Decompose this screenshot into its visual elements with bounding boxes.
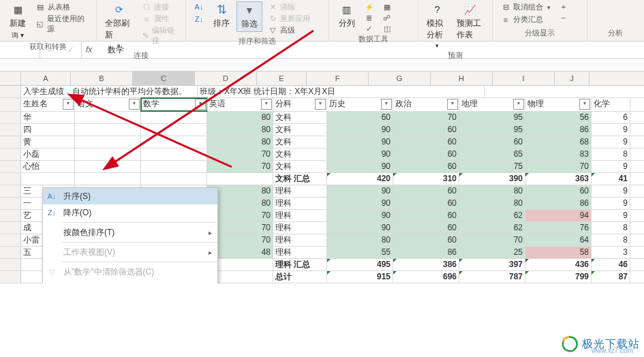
row-header[interactable]	[0, 247, 21, 258]
cell[interactable]: 80	[207, 112, 273, 123]
cell[interactable]	[75, 136, 141, 148]
row-header[interactable]	[0, 210, 21, 221]
enter-icon[interactable]: ✓	[67, 45, 74, 55]
cell[interactable]: 90	[327, 210, 393, 221]
cell[interactable]: 64	[525, 234, 592, 246]
flash-fill-button[interactable]: ⚡	[362, 1, 377, 12]
cell[interactable]: 9	[592, 161, 630, 172]
cell[interactable]: 75	[459, 161, 525, 172]
filter-dropdown-icon[interactable]: ▾	[261, 99, 272, 110]
col-header-C[interactable]: C	[133, 72, 195, 85]
cell[interactable]: 理科	[273, 185, 327, 197]
cell[interactable]: 文科	[273, 149, 327, 160]
hdr-chemistry[interactable]: 化学	[592, 98, 630, 111]
consolidate-button[interactable]: ▦	[380, 1, 395, 12]
name-box[interactable]	[0, 42, 40, 58]
cell[interactable]: 理科	[273, 222, 327, 234]
cell[interactable]	[141, 173, 207, 185]
filter-dropdown-icon[interactable]: ▾	[447, 99, 458, 110]
cell[interactable]: 46	[592, 259, 630, 270]
cell[interactable]: 80	[207, 124, 273, 136]
menu-sort-desc[interactable]: Z↓降序(O)	[43, 204, 217, 221]
filter-button[interactable]: ▼筛选	[236, 1, 262, 32]
row-header[interactable]	[0, 173, 21, 185]
col-header-J[interactable]: J	[555, 72, 589, 85]
cell[interactable]: 80	[327, 234, 393, 246]
whatif-button[interactable]: ?模拟分析▾	[424, 1, 451, 50]
cell[interactable]: 90	[327, 149, 393, 160]
cell[interactable]: 495	[327, 259, 393, 270]
cell[interactable]	[141, 161, 207, 172]
cell[interactable]: 94	[525, 210, 592, 221]
formula-input[interactable]: 数学	[104, 44, 644, 56]
cell[interactable]: 小磊	[21, 149, 75, 160]
cell[interactable]: 60	[393, 185, 459, 197]
cell[interactable]: 70	[207, 149, 273, 160]
cell[interactable]: 62	[459, 210, 525, 221]
cell[interactable]	[75, 124, 141, 136]
sort-desc-button[interactable]: Z↓	[191, 14, 206, 25]
col-header-I[interactable]: I	[493, 72, 555, 85]
cell[interactable]: 6	[592, 112, 630, 123]
info-cell-left[interactable]: 入学生成绩，自动统计学科的平均分等数据。	[21, 86, 198, 97]
cell[interactable]: 8	[592, 149, 630, 160]
cell[interactable]: 理科 汇总	[273, 259, 327, 270]
hdr-track[interactable]: 分科▾	[273, 98, 327, 111]
cell[interactable]: 95	[459, 124, 525, 136]
cell[interactable]: 90	[327, 161, 393, 172]
cell[interactable]	[141, 112, 207, 123]
fx-label[interactable]: fx	[82, 45, 104, 55]
cell[interactable]: 390	[459, 173, 525, 185]
data-model-button[interactable]: ◫	[380, 23, 395, 34]
hdr-english[interactable]: 英语▾	[207, 98, 273, 111]
sort-asc-button[interactable]: A↓	[191, 1, 206, 12]
cell[interactable]: 58	[525, 247, 592, 258]
cell[interactable]: 文科	[273, 124, 327, 136]
cell[interactable]: 787	[459, 271, 525, 283]
filter-dropdown-icon[interactable]: ▾	[381, 99, 392, 110]
cell[interactable]	[75, 112, 141, 123]
advanced-filter-button[interactable]: ▽高级	[265, 25, 313, 36]
col-header-H[interactable]: H	[431, 72, 493, 85]
cell[interactable]: 83	[525, 149, 592, 160]
cell[interactable]: 60	[393, 124, 459, 136]
cell[interactable]: 80	[459, 185, 525, 197]
cell[interactable]: 文科	[273, 161, 327, 172]
remove-dup-button[interactable]: ≣	[362, 12, 377, 23]
row-header[interactable]	[0, 234, 21, 246]
cell[interactable]: 3	[592, 247, 630, 258]
hide-detail-button[interactable]: −	[556, 12, 571, 23]
cell[interactable]: 55	[327, 247, 393, 258]
cell[interactable]: 理科	[273, 198, 327, 209]
cell[interactable]: 60	[393, 234, 459, 246]
row-header[interactable]	[0, 161, 21, 172]
filter-dropdown-icon[interactable]: ▾	[513, 99, 524, 110]
row-header[interactable]	[0, 198, 21, 209]
row-header[interactable]	[0, 149, 21, 160]
cell[interactable]: 62	[459, 222, 525, 234]
cell[interactable]	[141, 136, 207, 148]
cell[interactable]: 80	[459, 198, 525, 209]
cell[interactable]: 90	[327, 222, 393, 234]
cell[interactable]: 310	[393, 173, 459, 185]
hdr-history[interactable]: 历史▾	[327, 98, 393, 111]
cell[interactable]: 60	[393, 149, 459, 160]
cell[interactable]: 70	[393, 112, 459, 123]
cell[interactable]: 60	[327, 112, 393, 123]
data-validation-button[interactable]: ✓	[362, 23, 377, 34]
menu-sort-asc[interactable]: A↓升序(S)	[43, 188, 217, 204]
new-query-button[interactable]: ▦新建询 ▾	[5, 1, 30, 42]
col-header-G[interactable]: G	[369, 72, 431, 85]
cell[interactable]: 60	[393, 222, 459, 234]
cell[interactable]: 理科	[273, 210, 327, 221]
hdr-chinese[interactable]: 语文▾	[75, 98, 141, 111]
cell[interactable]: 9	[592, 136, 630, 148]
hdr-physics[interactable]: 物理▾	[525, 98, 592, 111]
cell[interactable]: 420	[327, 173, 393, 185]
cell[interactable]: 8	[592, 222, 630, 234]
cell[interactable]: 70	[525, 161, 592, 172]
cell[interactable]: 黄	[21, 136, 75, 148]
hdr-name[interactable]: 生姓名▾	[21, 98, 75, 111]
cell[interactable]: 四	[21, 124, 75, 136]
filter-dropdown-icon[interactable]: ▾	[63, 99, 74, 110]
